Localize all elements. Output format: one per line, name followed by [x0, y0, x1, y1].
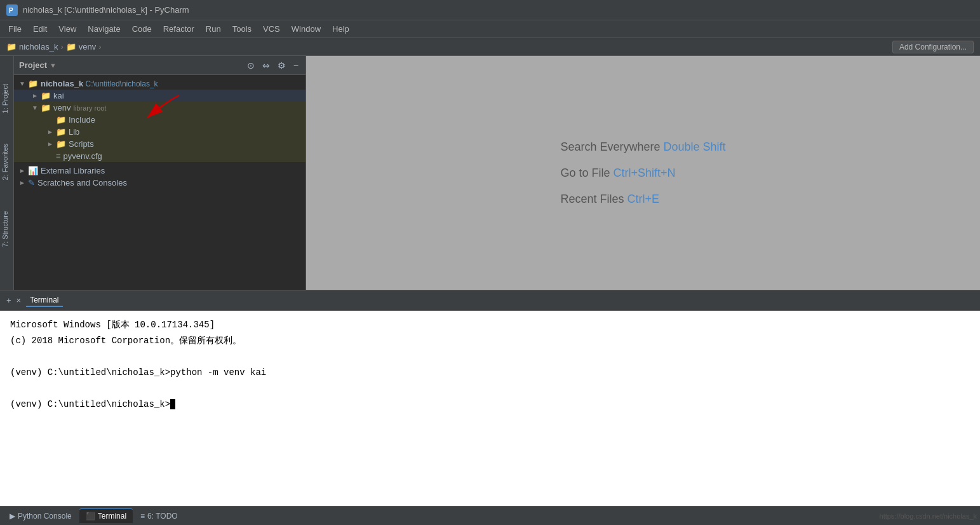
tree-label-nicholas-k: nicholas_k	[41, 79, 83, 88]
menu-refactor[interactable]: Refactor	[158, 22, 199, 36]
tree-path-nicholas-k: C:\untitled\nicholas_k	[83, 79, 158, 88]
folder-icon-venv: 📁	[41, 103, 51, 112]
tree-item-scratches[interactable]: ► ✎ Scratches and Consoles	[14, 177, 305, 189]
breadcrumb-bar: 📁 nicholas_k › 📁 venv › Add Configuratio…	[0, 38, 980, 56]
tree-arrow-scratches: ►	[19, 179, 28, 186]
project-label: Project	[19, 60, 47, 70]
terminal-cursor	[170, 399, 175, 409]
project-title: Project ▼	[19, 60, 57, 70]
menu-tools[interactable]: Tools	[227, 22, 257, 36]
editor-area: Search Everywhere Double Shift Go to Fil…	[306, 56, 980, 290]
add-terminal-icon[interactable]: +	[6, 296, 11, 305]
tree-arrow-kai: ►	[32, 92, 41, 99]
breadcrumb-sep2: ›	[98, 42, 101, 51]
folder-icon-include: 📁	[56, 115, 66, 125]
folder-icon-lib: 📁	[56, 127, 66, 137]
title-bar: P nicholas_k [C:\untitled\nicholas_k] - …	[0, 0, 980, 20]
tree-label-pyvenv: pyvenv.cfg	[64, 151, 102, 161]
menu-code[interactable]: Code	[127, 22, 157, 36]
hint-recent-files: Recent Files Ctrl+E	[560, 193, 659, 206]
tree-item-external[interactable]: ► 📊 External Libraries	[14, 165, 305, 177]
menu-vcs[interactable]: VCS	[258, 22, 285, 36]
tree-venv-sublabel: library root	[73, 104, 106, 112]
breadcrumb-folder-icon: 📁	[6, 42, 17, 51]
tab-todo[interactable]: ≡ 6: TODO	[134, 509, 184, 523]
menu-help[interactable]: Help	[327, 22, 354, 36]
tree-arrow-external: ►	[19, 167, 28, 174]
breadcrumb-root[interactable]: nicholas_k	[19, 42, 58, 51]
app: P nicholas_k [C:\untitled\nicholas_k] - …	[0, 0, 980, 525]
tree-arrow-lib: ►	[47, 128, 56, 135]
breadcrumb-folder2-icon: 📁	[66, 42, 76, 51]
left-panel: 1: Project 2: Favorites 7: Structure Pro…	[0, 56, 306, 290]
terminal-content[interactable]: Microsoft Windows [版本 10.0.17134.345] (c…	[0, 311, 980, 506]
project-dropdown-icon[interactable]: ▼	[50, 62, 57, 69]
project-panel: Project ▼ ⊙ ⇔ ⚙ −	[14, 56, 306, 290]
terminal-line-4: (venv) C:\untitled\nicholas_k>python -m …	[10, 366, 970, 379]
breadcrumb-venv[interactable]: venv	[79, 42, 96, 51]
locate-icon[interactable]: ⊙	[245, 60, 257, 71]
content-area: 1: Project 2: Favorites 7: Structure Pro…	[0, 56, 980, 506]
terminal-line-5	[10, 382, 970, 395]
scroll-icon[interactable]: ⇔	[260, 60, 272, 71]
tab-python-console[interactable]: ▶ Python Console	[3, 509, 78, 523]
tree-item-kai[interactable]: ► 📁 kai	[14, 90, 305, 102]
tree-item-scripts[interactable]: ► 📁 Scripts	[14, 138, 305, 150]
hint-search-everywhere: Search Everywhere Double Shift	[560, 140, 725, 154]
terminal-header: + × Terminal	[0, 290, 980, 311]
icon-external-libs: 📊	[28, 166, 38, 175]
tree-item-include[interactable]: 📁 Include	[14, 114, 305, 126]
tree-label-external: External Libraries	[41, 166, 105, 175]
tree-item-lib[interactable]: ► 📁 Lib	[14, 126, 305, 138]
menu-run[interactable]: Run	[201, 22, 226, 36]
icon-scratches: ✎	[28, 178, 35, 188]
menu-window[interactable]: Window	[286, 22, 326, 36]
tree-arrow-scripts: ►	[47, 140, 56, 147]
tab-label-todo: 6: TODO	[147, 512, 178, 521]
menu-view[interactable]: View	[53, 22, 81, 36]
file-icon-pyvenv: ≡	[56, 151, 61, 161]
sidebar-tab-project[interactable]: 1: Project	[0, 81, 13, 116]
project-header: Project ▼ ⊙ ⇔ ⚙ −	[14, 56, 305, 75]
project-header-actions: ⊙ ⇔ ⚙ −	[245, 60, 300, 71]
settings-icon[interactable]: ⚙	[276, 60, 288, 71]
bottom-section: + × Terminal Microsoft Windows [版本 10.0.…	[0, 290, 980, 506]
menu-edit[interactable]: Edit	[28, 22, 52, 36]
sidebar-tab-structure[interactable]: 7: Structure	[0, 208, 13, 250]
tab-label-terminal: Terminal	[98, 512, 126, 521]
terminal-line-1: Microsoft Windows [版本 10.0.17134.345]	[10, 318, 970, 332]
tree-label-lib: Lib	[69, 127, 79, 137]
folder-icon-nicholas-k: 📁	[28, 79, 38, 88]
tree-arrow-include	[47, 116, 56, 123]
tree-arrow-pyvenv	[47, 153, 56, 160]
sidebar-tab-favorites[interactable]: 2: Favorites	[0, 141, 13, 182]
app-icon: P	[6, 4, 18, 16]
terminal-line-2: (c) 2018 Microsoft Corporation。保留所有权利。	[10, 334, 970, 348]
terminal-icon: ⬛	[86, 512, 95, 521]
hint-shortcut-search: Double Shift	[664, 140, 726, 153]
svg-text:P: P	[9, 7, 13, 14]
tree-item-nicholas-k[interactable]: ▼ 📁 nicholas_k C:\untitled\nicholas_k	[14, 78, 305, 90]
tree-arrow-nicholas-k: ▼	[19, 80, 28, 87]
menu-navigate[interactable]: Navigate	[83, 22, 125, 36]
tree-arrow-venv: ▼	[32, 104, 41, 111]
hint-shortcut-recent: Ctrl+E	[627, 193, 659, 205]
tree-label-include: Include	[69, 115, 95, 125]
bottom-tab-bar: ▶ Python Console ⬛ Terminal ≡ 6: TODO ht…	[0, 506, 980, 525]
tree-item-venv[interactable]: ▼ 📁 venv library root	[14, 102, 305, 114]
tree-label-kai: kai	[53, 91, 64, 100]
add-configuration-button[interactable]: Add Configuration...	[892, 41, 974, 53]
folder-icon-scripts: 📁	[56, 139, 66, 149]
tab-terminal[interactable]: ⬛ Terminal	[79, 508, 133, 523]
tree-item-pyvenv[interactable]: ≡ pyvenv.cfg	[14, 150, 305, 162]
menu-file[interactable]: File	[3, 22, 27, 36]
close-terminal-icon[interactable]: ×	[17, 296, 22, 305]
close-panel-icon[interactable]: −	[292, 60, 300, 71]
tree-label-scratches: Scratches and Consoles	[37, 178, 127, 188]
project-tree: ▼ 📁 nicholas_k C:\untitled\nicholas_k ► …	[14, 75, 305, 290]
hint-shortcut-goto: Ctrl+Shift+N	[613, 167, 675, 179]
search-hints: Search Everywhere Double Shift Go to Fil…	[560, 140, 725, 206]
hint-go-to-file: Go to File Ctrl+Shift+N	[560, 167, 675, 180]
terminal-line-3	[10, 350, 970, 364]
terminal-tab-active[interactable]: Terminal	[26, 294, 62, 307]
